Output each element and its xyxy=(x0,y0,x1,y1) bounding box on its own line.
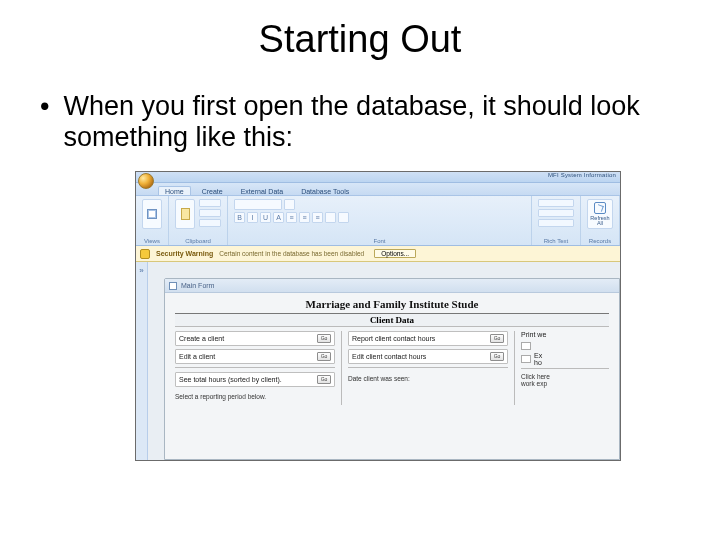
window-titlebar: MFI System Information xyxy=(136,172,620,183)
ribbon-group-clipboard: Clipboard xyxy=(169,196,228,245)
edit-hours-go-button[interactable]: Go xyxy=(490,352,504,361)
total-hours-go-button[interactable]: Go xyxy=(317,375,331,384)
refresh-all-button[interactable]: Refresh All xyxy=(587,199,613,229)
font-family-selector[interactable] xyxy=(234,199,282,210)
create-client-go-button[interactable]: Go xyxy=(317,334,331,343)
grid-icon xyxy=(147,209,157,219)
report-hours-label: Report client contact hours xyxy=(352,335,435,342)
create-client-label: Create a client xyxy=(179,335,224,342)
group-label-records: Records xyxy=(587,238,613,244)
fill-color-button[interactable] xyxy=(325,212,336,223)
print-label: Print we xyxy=(521,331,609,338)
report-hours-go-button[interactable]: Go xyxy=(490,334,504,343)
form-column-2: Report client contact hours Go Edit clie… xyxy=(348,331,515,405)
edit-client-go-button[interactable]: Go xyxy=(317,352,331,361)
richtext-button-2[interactable] xyxy=(538,209,574,217)
client-area: Main Form Marriage and Family Institute … xyxy=(148,262,620,460)
refresh-label: Refresh All xyxy=(588,216,612,227)
window-title: MFI System Information xyxy=(548,172,616,178)
main-form-window: Main Form Marriage and Family Institute … xyxy=(164,278,620,460)
copy-button[interactable] xyxy=(199,209,221,217)
group-label-clipboard: Clipboard xyxy=(175,238,221,244)
divider xyxy=(175,367,335,368)
form-heading: Marriage and Family Institute Stude xyxy=(165,293,619,313)
bullet-dot: • xyxy=(40,91,49,153)
security-warning-message: Certain content in the database has been… xyxy=(219,250,364,257)
form-titlebar: Main Form xyxy=(165,279,619,293)
richtext-button-3[interactable] xyxy=(538,219,574,227)
bullet-text: When you first open the database, it sho… xyxy=(63,91,680,153)
cut-button[interactable] xyxy=(199,199,221,207)
ribbon-group-font: B I U A ≡ ≡ ≡ Font xyxy=(228,196,532,245)
checkbox-2[interactable] xyxy=(521,355,531,363)
form-title: Main Form xyxy=(181,282,214,289)
group-label-views: Views xyxy=(142,238,162,244)
date-seen-label: Date client was seen: xyxy=(348,375,410,382)
view-button[interactable] xyxy=(142,199,162,229)
security-options-button[interactable]: Options... xyxy=(374,249,416,258)
ribbon-group-views: Views xyxy=(136,196,169,245)
underline-button[interactable]: U xyxy=(260,212,271,223)
ribbon-group-records: Refresh All Records xyxy=(581,196,620,245)
tab-external-data[interactable]: External Data xyxy=(234,186,290,195)
checkbox-2-label-a: Ex xyxy=(534,352,542,359)
font-size-selector[interactable] xyxy=(284,199,295,210)
ribbon-tabs: Home Create External Data Database Tools xyxy=(136,183,620,196)
edit-client-row: Edit a client Go xyxy=(175,349,335,364)
navigation-pane-collapsed[interactable]: » xyxy=(136,262,148,460)
paste-icon xyxy=(181,208,190,220)
paste-button[interactable] xyxy=(175,199,195,229)
total-hours-label: See total hours (sorted by client). xyxy=(179,376,282,383)
work-exp-label: work exp xyxy=(521,380,609,387)
create-client-row: Create a client Go xyxy=(175,331,335,346)
reporting-period-label: Select a reporting period below. xyxy=(175,393,266,400)
align-left-button[interactable]: ≡ xyxy=(286,212,297,223)
checkbox-row-2: Ex ho xyxy=(521,352,609,366)
checkbox-row-1 xyxy=(521,342,609,350)
checkbox-1[interactable] xyxy=(521,342,531,350)
align-center-button[interactable]: ≡ xyxy=(299,212,310,223)
form-column-1: Create a client Go Edit a client Go See … xyxy=(175,331,342,405)
checkbox-2-label-b: ho xyxy=(534,359,542,366)
tab-home[interactable]: Home xyxy=(158,186,191,195)
bullet-item: • When you first open the database, it s… xyxy=(40,91,680,153)
tab-database-tools[interactable]: Database Tools xyxy=(294,186,356,195)
divider xyxy=(521,368,609,369)
font-color-button[interactable]: A xyxy=(273,212,284,223)
edit-client-label: Edit a client xyxy=(179,353,215,360)
bold-button[interactable]: B xyxy=(234,212,245,223)
security-warning-bar: Security Warning Certain content in the … xyxy=(136,246,620,262)
chevron-right-icon: » xyxy=(138,266,146,274)
richtext-button-1[interactable] xyxy=(538,199,574,207)
tab-create[interactable]: Create xyxy=(195,186,230,195)
screenshot-container: MFI System Information Home Create Exter… xyxy=(135,171,621,461)
ribbon-group-richtext: Rich Text xyxy=(532,196,581,245)
office-button-icon[interactable] xyxy=(138,173,154,189)
group-label-font: Font xyxy=(234,238,525,244)
format-painter-button[interactable] xyxy=(199,219,221,227)
gridlines-button[interactable] xyxy=(338,212,349,223)
edit-hours-label: Edit client contact hours xyxy=(352,353,426,360)
align-right-button[interactable]: ≡ xyxy=(312,212,323,223)
shield-icon xyxy=(140,249,150,259)
date-seen-row: Date client was seen: xyxy=(348,372,508,384)
section-header-client-data: Client Data xyxy=(175,313,609,327)
report-hours-row: Report client contact hours Go xyxy=(348,331,508,346)
edit-hours-row: Edit client contact hours Go xyxy=(348,349,508,364)
total-hours-row: See total hours (sorted by client). Go xyxy=(175,372,335,387)
divider xyxy=(348,367,508,368)
form-icon xyxy=(169,282,177,290)
group-label-richtext: Rich Text xyxy=(538,238,574,244)
form-column-3: Print we Ex ho xyxy=(521,331,609,405)
click-here-label: Click here xyxy=(521,373,609,380)
security-warning-label: Security Warning xyxy=(156,250,213,257)
slide-title: Starting Out xyxy=(40,18,680,61)
reporting-period-row: Select a reporting period below. xyxy=(175,390,335,402)
ribbon: Views Clipboard xyxy=(136,196,620,246)
italic-button[interactable]: I xyxy=(247,212,258,223)
refresh-icon xyxy=(594,202,606,214)
